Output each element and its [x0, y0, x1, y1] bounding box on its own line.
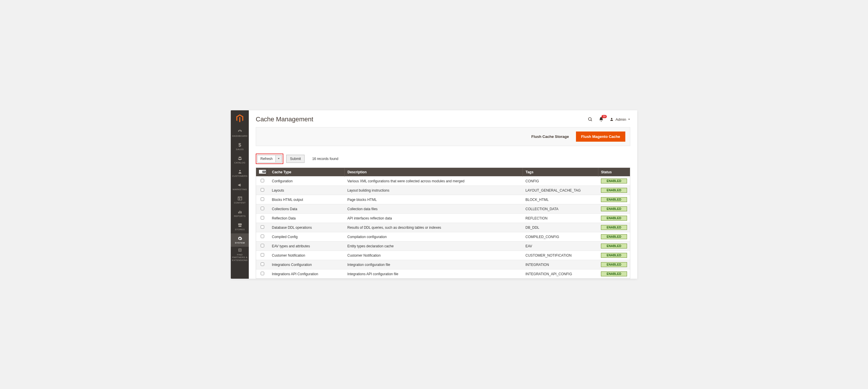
- page-header: Cache Management 39 Admin: [249, 110, 637, 127]
- table-row: Collections DataCollection data filesCOL…: [256, 204, 630, 214]
- row-select-cell: [256, 269, 269, 279]
- reports-icon: [238, 209, 242, 214]
- cell-tags: COMPILED_CONFIG: [523, 232, 598, 242]
- table-row: Customer NotificationCustomer Notificati…: [256, 251, 630, 260]
- cell-cache-type: Collections Data: [269, 204, 345, 214]
- status-badge: ENABLED: [601, 271, 627, 276]
- row-checkbox[interactable]: [261, 179, 264, 182]
- col-header-description[interactable]: Description: [345, 168, 523, 177]
- cell-status: ENABLED: [598, 186, 630, 195]
- nav-label: CATALOG: [234, 162, 245, 164]
- nav-item-catalog[interactable]: CATALOG: [231, 153, 249, 167]
- table-row: LayoutsLayout building instructionsLAYOU…: [256, 186, 630, 195]
- status-badge: ENABLED: [601, 179, 627, 183]
- magento-logo[interactable]: [231, 110, 249, 126]
- marketing-icon: [238, 183, 242, 187]
- grid-toolbar: Refresh Submit 16 records found: [249, 146, 637, 168]
- page-title: Cache Management: [256, 116, 313, 123]
- admin-label: Admin: [615, 117, 626, 122]
- cell-description: API interfaces reflection data: [345, 214, 523, 223]
- row-checkbox[interactable]: [261, 198, 264, 201]
- cell-cache-type: Integrations Configuration: [269, 260, 345, 269]
- table-row: Compiled ConfigCompilation configuration…: [256, 232, 630, 242]
- cell-status: ENABLED: [598, 232, 630, 242]
- mass-action-select[interactable]: Refresh: [257, 155, 276, 162]
- submit-button[interactable]: Submit: [286, 155, 305, 163]
- table-row: Blocks HTML outputPage blocks HTMLBLOCK_…: [256, 195, 630, 204]
- svg-rect-5: [240, 211, 240, 213]
- notification-badge: 39: [601, 115, 607, 118]
- nav-item-system[interactable]: SYSTEM: [231, 233, 249, 247]
- sales-icon: $: [238, 143, 241, 147]
- cell-description: Various XML configurations that were col…: [345, 177, 523, 186]
- nav-item-marketing[interactable]: MARKETING: [231, 180, 249, 193]
- table-row: Reflection DataAPI interfaces reflection…: [256, 214, 630, 223]
- row-checkbox[interactable]: [261, 272, 264, 275]
- row-checkbox[interactable]: [261, 188, 264, 191]
- row-checkbox[interactable]: [261, 207, 264, 210]
- search-icon[interactable]: [588, 117, 593, 122]
- cell-description: Integrations API configuration file: [345, 269, 523, 279]
- refresh-highlight-box: Refresh: [256, 154, 283, 164]
- notifications-icon[interactable]: 39: [598, 117, 604, 122]
- cell-cache-type: Reflection Data: [269, 214, 345, 223]
- cell-cache-type: Compiled Config: [269, 232, 345, 242]
- select-all-checkbox[interactable]: [259, 170, 266, 174]
- col-header-cache-type[interactable]: Cache Type: [269, 168, 345, 177]
- cell-cache-type: EAV types and attributes: [269, 242, 345, 251]
- sidebar: DASHBOARD$SALESCATALOGCUSTOMERSMARKETING…: [231, 110, 249, 279]
- admin-account-dropdown[interactable]: Admin: [610, 117, 630, 122]
- cell-status: ENABLED: [598, 177, 630, 186]
- cell-description: Page blocks HTML: [345, 195, 523, 204]
- cell-tags: LAYOUT_GENERAL_CACHE_TAG: [523, 186, 598, 195]
- status-badge: ENABLED: [601, 216, 627, 221]
- cell-tags: CUSTOMER_NOTIFICATION: [523, 251, 598, 260]
- nav-label: DASHBOARD: [232, 135, 247, 137]
- nav-label: SALES: [236, 148, 244, 151]
- cell-cache-type: Configuration: [269, 177, 345, 186]
- row-checkbox[interactable]: [261, 235, 264, 238]
- nav-item-stores[interactable]: STORES: [231, 220, 249, 233]
- row-checkbox[interactable]: [261, 253, 264, 257]
- col-header-status[interactable]: Status: [598, 168, 630, 177]
- status-badge: ENABLED: [601, 206, 627, 211]
- status-badge: ENABLED: [601, 197, 627, 202]
- row-checkbox[interactable]: [261, 225, 264, 229]
- cell-tags: INTEGRATION_API_CONFIG: [523, 269, 598, 279]
- table-row: Database DDL operationsResults of DDL qu…: [256, 223, 630, 232]
- row-select-cell: [256, 214, 269, 223]
- nav-item-sales[interactable]: $SALES: [231, 140, 249, 153]
- status-badge: ENABLED: [601, 225, 627, 230]
- svg-rect-1: [238, 197, 242, 200]
- cell-status: ENABLED: [598, 260, 630, 269]
- row-select-cell: [256, 251, 269, 260]
- row-select-cell: [256, 177, 269, 186]
- cell-cache-type: Blocks HTML output: [269, 195, 345, 204]
- nav-item-dashboard[interactable]: DASHBOARD: [231, 126, 249, 140]
- flush-cache-storage-button[interactable]: Flush Cache Storage: [527, 131, 574, 142]
- cell-cache-type: Database DDL operations: [269, 223, 345, 232]
- cell-tags: REFLECTION: [523, 214, 598, 223]
- row-checkbox[interactable]: [261, 216, 264, 219]
- cell-status: ENABLED: [598, 195, 630, 204]
- nav-label: FIND PARTNERS & EXTENSIONS: [232, 253, 248, 262]
- cell-tags: EAV: [523, 242, 598, 251]
- svg-point-11: [611, 118, 613, 119]
- nav-item-partners[interactable]: FIND PARTNERS & EXTENSIONS: [231, 247, 249, 263]
- cell-status: ENABLED: [598, 242, 630, 251]
- cell-status: ENABLED: [598, 251, 630, 260]
- mass-action-dropdown-toggle[interactable]: [276, 155, 282, 162]
- catalog-icon: [238, 156, 242, 161]
- flush-magento-cache-button[interactable]: Flush Magento Cache: [576, 131, 625, 142]
- col-header-tags[interactable]: Tags: [523, 168, 598, 177]
- col-header-select: [256, 168, 269, 177]
- action-bar: Flush Cache Storage Flush Magento Cache: [256, 127, 630, 146]
- row-checkbox[interactable]: [261, 244, 264, 247]
- nav-item-customers[interactable]: CUSTOMERS: [231, 167, 249, 180]
- cell-description: Collection data files: [345, 204, 523, 214]
- nav-item-content[interactable]: CONTENT: [231, 193, 249, 207]
- nav-item-reports[interactable]: REPORTS: [231, 207, 249, 220]
- row-checkbox[interactable]: [261, 263, 264, 266]
- content-icon: [238, 196, 242, 201]
- svg-rect-4: [238, 212, 239, 214]
